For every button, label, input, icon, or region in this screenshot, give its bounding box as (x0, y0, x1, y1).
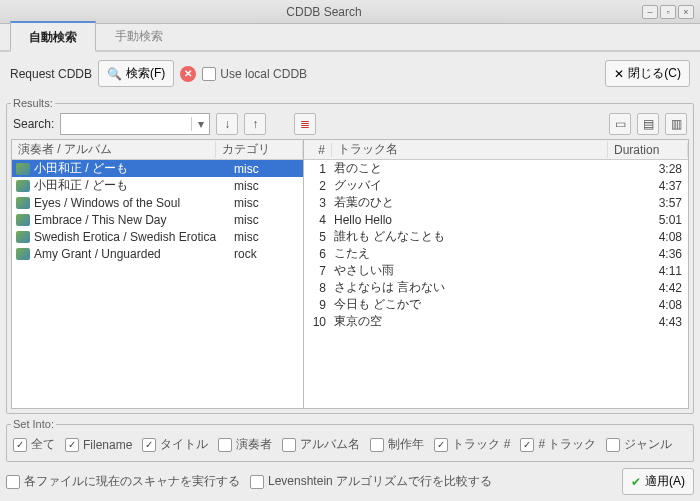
track-row[interactable]: 10東京の空4:43 (304, 313, 688, 330)
chevron-down-icon[interactable]: ▾ (191, 117, 209, 131)
music-icon (16, 248, 30, 260)
select-all-button[interactable]: ▤ (637, 113, 659, 135)
stop-icon[interactable]: ✕ (180, 66, 196, 82)
track-row[interactable]: 1君のこと3:28 (304, 160, 688, 177)
chk-ntracks[interactable]: # トラック (520, 436, 596, 453)
toolbar: Request CDDB 🔍 検索(F) ✕ Use local CDDB ✕ … (0, 52, 700, 97)
use-local-cddb-label: Use local CDDB (220, 67, 307, 81)
use-local-cddb-toggle[interactable]: Use local CDDB (202, 67, 307, 81)
album-list: 小田和正 / どーもmisc小田和正 / どーもmiscEyes / Windo… (12, 160, 303, 408)
chk-album[interactable]: アルバム名 (282, 436, 360, 453)
results-panes: 演奏者 / アルバム カテゴリ 小田和正 / どーもmisc小田和正 / どーも… (11, 139, 689, 409)
close-window-button[interactable]: × (678, 5, 694, 19)
album-row[interactable]: Amy Grant / Unguardedrock (12, 245, 303, 262)
minimize-button[interactable]: – (642, 5, 658, 19)
chk-all[interactable]: 全て (13, 436, 55, 453)
track-list: 1君のこと3:282グッバイ4:373若葉のひと3:574Hello Hello… (304, 160, 688, 408)
col-category[interactable]: カテゴリ (216, 141, 303, 158)
album-row[interactable]: 小田和正 / どーもmisc (12, 160, 303, 177)
set-into-fieldset: Set Into: 全て Filename タイトル 演奏者 アルバム名 制作年… (6, 418, 694, 462)
move-up-button[interactable]: ↑ (244, 113, 266, 135)
results-fieldset: Results: Search: ▾ ↓ ↑ ≣ ▭ ▤ ▥ 演奏者 / アルバ… (6, 97, 694, 414)
music-icon (16, 231, 30, 243)
track-row[interactable]: 8さよならは 言わない4:42 (304, 279, 688, 296)
results-legend: Results: (11, 97, 55, 109)
search-icon: 🔍 (107, 67, 122, 81)
unselect-all-button[interactable]: ≣ (294, 113, 316, 135)
window-title: CDDB Search (6, 5, 642, 19)
close-button[interactable]: ✕ 閉じる(C) (605, 60, 690, 87)
album-row[interactable]: Eyes / Windows of the Soulmisc (12, 194, 303, 211)
track-row[interactable]: 3若葉のひと3:57 (304, 194, 688, 211)
chk-filename[interactable]: Filename (65, 438, 132, 452)
music-icon (16, 180, 30, 192)
track-row[interactable]: 7やさしい雨4:11 (304, 262, 688, 279)
apply-icon: ✔ (631, 475, 641, 489)
col-track-name[interactable]: トラック名 (332, 141, 608, 158)
chk-title[interactable]: タイトル (142, 436, 208, 453)
invert-selection-button[interactable]: ▥ (665, 113, 687, 135)
track-row[interactable]: 6こたえ4:36 (304, 245, 688, 262)
album-row[interactable]: Embrace / This New Daymisc (12, 211, 303, 228)
tab-auto-search[interactable]: 自動検索 (10, 21, 96, 52)
request-cddb-label: Request CDDB (10, 67, 92, 81)
album-row[interactable]: 小田和正 / どーもmisc (12, 177, 303, 194)
apply-button-label: 適用(A) (645, 473, 685, 490)
view-list-button[interactable]: ▭ (609, 113, 631, 135)
chk-run-scanner[interactable]: 各ファイルに現在のスキャナを実行する (6, 473, 240, 490)
chk-artist[interactable]: 演奏者 (218, 436, 272, 453)
track-row[interactable]: 9今日も どこかで4:08 (304, 296, 688, 313)
close-icon: ✕ (614, 67, 624, 81)
chk-genre[interactable]: ジャンル (606, 436, 672, 453)
set-into-legend: Set Into: (11, 418, 56, 430)
chk-levenshtein[interactable]: Levenshtein アルゴリズムで行を比較する (250, 473, 492, 490)
close-button-label: 閉じる(C) (628, 65, 681, 82)
album-row[interactable]: Swedish Erotica / Swedish Eroticamisc (12, 228, 303, 245)
chk-year[interactable]: 制作年 (370, 436, 424, 453)
search-label: Search: (13, 117, 54, 131)
tab-manual-search[interactable]: 手動検索 (96, 21, 182, 50)
music-icon (16, 163, 30, 175)
search-combo[interactable]: ▾ (60, 113, 210, 135)
apply-button[interactable]: ✔ 適用(A) (622, 468, 694, 495)
track-row[interactable]: 2グッバイ4:37 (304, 177, 688, 194)
col-artist-album[interactable]: 演奏者 / アルバム (12, 141, 216, 158)
music-icon (16, 214, 30, 226)
search-button-label: 検索(F) (126, 65, 165, 82)
maximize-button[interactable]: ▫ (660, 5, 676, 19)
use-local-cddb-checkbox[interactable] (202, 67, 216, 81)
search-button[interactable]: 🔍 検索(F) (98, 60, 174, 87)
col-duration[interactable]: Duration (608, 143, 688, 157)
move-down-button[interactable]: ↓ (216, 113, 238, 135)
album-pane: 演奏者 / アルバム カテゴリ 小田和正 / どーもmisc小田和正 / どーも… (12, 140, 304, 408)
track-pane: # トラック名 Duration 1君のこと3:282グッバイ4:373若葉のひ… (304, 140, 688, 408)
chk-trackno[interactable]: トラック # (434, 436, 510, 453)
music-icon (16, 197, 30, 209)
track-row[interactable]: 4Hello Hello5:01 (304, 211, 688, 228)
tab-bar: 自動検索 手動検索 (0, 24, 700, 52)
col-track-number[interactable]: # (304, 143, 332, 157)
track-row[interactable]: 5誰れも どんなことも4:08 (304, 228, 688, 245)
